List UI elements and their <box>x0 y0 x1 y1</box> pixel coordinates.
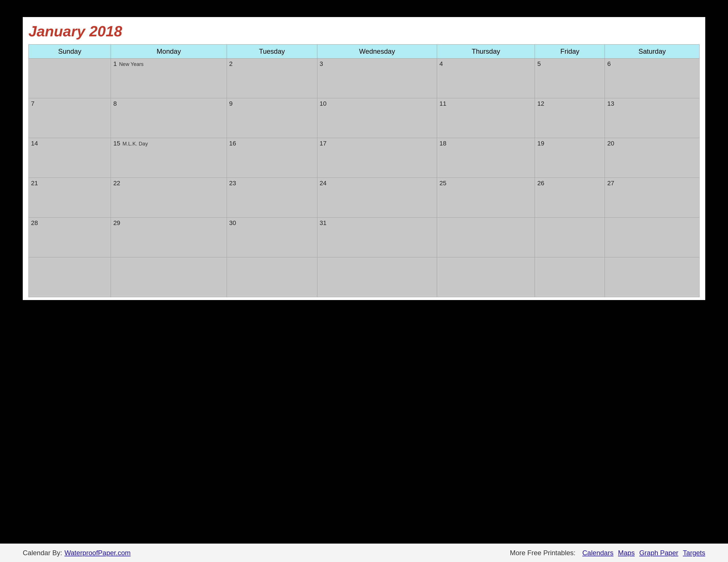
day-number: 25 <box>439 180 446 187</box>
calendar-cell: 30 <box>227 218 317 258</box>
day-number: 30 <box>229 219 236 227</box>
calendar-cell: 6 <box>605 59 700 98</box>
calendar-cell: 20 <box>605 138 700 178</box>
day-number: 16 <box>229 140 236 147</box>
calendar-cell: 19 <box>535 138 605 178</box>
day-number: 29 <box>113 219 120 227</box>
footer-right: More Free Printables: Calendars Maps Gra… <box>510 549 705 557</box>
calendar-week-row: 21222324252627 <box>29 178 700 218</box>
header-wednesday: Wednesday <box>317 45 437 59</box>
day-number: 9 <box>229 100 233 107</box>
calendar-cell <box>29 59 111 98</box>
day-number: 31 <box>320 219 326 227</box>
calendar-cell <box>29 258 111 297</box>
day-number: 26 <box>537 180 544 187</box>
calendar-header-row: SundayMondayTuesdayWednesdayThursdayFrid… <box>29 45 700 59</box>
day-number: 23 <box>229 180 236 187</box>
calendars-link[interactable]: Calendars <box>582 549 613 557</box>
calendar-cell: 27 <box>605 178 700 218</box>
calendar-cell: 21 <box>29 178 111 218</box>
header-sunday: Sunday <box>29 45 111 59</box>
day-number: 12 <box>537 100 544 107</box>
graph-paper-link[interactable]: Graph Paper <box>639 549 678 557</box>
day-number: 7 <box>31 100 34 107</box>
calendar-cell: 17 <box>317 138 437 178</box>
header-friday: Friday <box>535 45 605 59</box>
calendar-week-row: 28293031 <box>29 218 700 258</box>
calendar-cell <box>535 258 605 297</box>
footer-left: Calendar By: WaterproofPaper.com <box>23 549 131 557</box>
targets-link[interactable]: Targets <box>683 549 705 557</box>
calendar-cell: 14 <box>29 138 111 178</box>
calendar-cell: 29 <box>111 218 227 258</box>
calendar-cell: 23 <box>227 178 317 218</box>
calendar-cell <box>317 258 437 297</box>
day-number: 11 <box>439 100 446 107</box>
calendar-cell: 9 <box>227 98 317 138</box>
calendar-cell <box>111 258 227 297</box>
calendar-cell: 13 <box>605 98 700 138</box>
calendar-cell: 4 <box>437 59 535 98</box>
day-number: 2 <box>229 60 233 67</box>
day-number: 14 <box>31 140 38 147</box>
calendar-cell: 1New Years <box>111 59 227 98</box>
calendar-cell: 5 <box>535 59 605 98</box>
calendar-cell: 31 <box>317 218 437 258</box>
calendar-cell: 3 <box>317 59 437 98</box>
day-number: 27 <box>607 180 614 187</box>
calendar-cell <box>227 258 317 297</box>
header-tuesday: Tuesday <box>227 45 317 59</box>
calendar-cell <box>437 258 535 297</box>
calendar-week-row <box>29 258 700 297</box>
maps-link[interactable]: Maps <box>618 549 635 557</box>
day-number: 20 <box>607 140 614 147</box>
day-number: 8 <box>113 100 117 107</box>
day-number: 18 <box>439 140 446 147</box>
day-number: 4 <box>439 60 443 67</box>
calendar-cell: 25 <box>437 178 535 218</box>
footer: Calendar By: WaterproofPaper.com More Fr… <box>0 544 728 562</box>
calendar-cell: 10 <box>317 98 437 138</box>
calendar-week-row: 1New Years23456 <box>29 59 700 98</box>
holiday-label: M.L.K. Day <box>123 141 148 147</box>
day-number: 13 <box>607 100 614 107</box>
day-number: 6 <box>607 60 611 67</box>
calendar-cell <box>605 258 700 297</box>
calendar-title: January 2018 <box>28 23 700 40</box>
calendar-container: January 2018 SundayMondayTuesdayWednesda… <box>23 17 705 300</box>
calendar-cell <box>605 218 700 258</box>
calendar-cell: 24 <box>317 178 437 218</box>
calendar-cell: 26 <box>535 178 605 218</box>
calendar-cell: 22 <box>111 178 227 218</box>
day-number: 10 <box>320 100 326 107</box>
header-thursday: Thursday <box>437 45 535 59</box>
calendar-cell: 15M.L.K. Day <box>111 138 227 178</box>
header-monday: Monday <box>111 45 227 59</box>
calendar-cell <box>535 218 605 258</box>
day-number: 5 <box>537 60 541 67</box>
calendar-cell: 12 <box>535 98 605 138</box>
calendar-cell: 11 <box>437 98 535 138</box>
header-saturday: Saturday <box>605 45 700 59</box>
day-number: 17 <box>320 140 326 147</box>
day-number: 3 <box>320 60 323 67</box>
calendar-cell: 2 <box>227 59 317 98</box>
calendar-week-row: 78910111213 <box>29 98 700 138</box>
calendar-cell <box>437 218 535 258</box>
day-number: 22 <box>113 180 120 187</box>
day-number: 24 <box>320 180 326 187</box>
calendar-table: SundayMondayTuesdayWednesdayThursdayFrid… <box>28 44 700 297</box>
day-number: 15 <box>113 140 120 147</box>
holiday-label: New Years <box>119 61 144 67</box>
calendar-cell: 7 <box>29 98 111 138</box>
calendar-week-row: 1415M.L.K. Day1617181920 <box>29 138 700 178</box>
calendar-cell: 28 <box>29 218 111 258</box>
calendar-cell: 16 <box>227 138 317 178</box>
calendar-cell: 18 <box>437 138 535 178</box>
day-number: 19 <box>537 140 544 147</box>
day-number: 28 <box>31 219 38 227</box>
day-number: 21 <box>31 180 38 187</box>
waterproof-link[interactable]: WaterproofPaper.com <box>65 549 131 557</box>
calendar-cell: 8 <box>111 98 227 138</box>
day-number: 1 <box>113 60 117 67</box>
